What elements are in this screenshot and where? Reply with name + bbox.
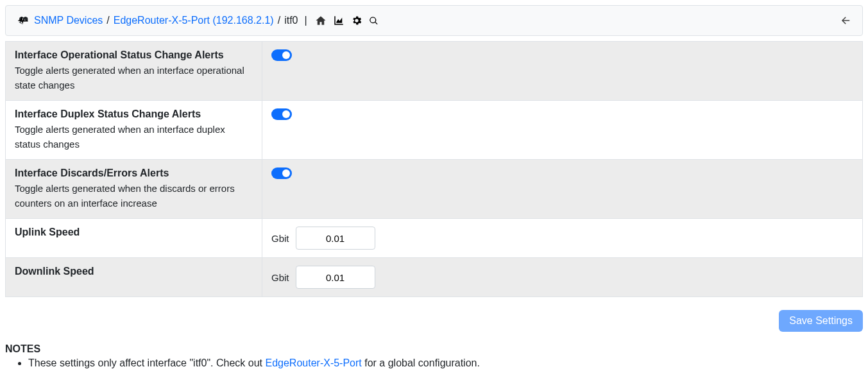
setting-desc: Toggle alerts generated when an interfac…	[15, 65, 244, 90]
setting-row-downlink: Downlink Speed Gbit	[6, 258, 863, 297]
home-icon[interactable]	[314, 13, 328, 28]
toggle-duplex[interactable]	[271, 108, 292, 120]
setting-row-op-status: Interface Operational Status Change Aler…	[6, 42, 863, 101]
downlink-unit: Gbit	[271, 272, 289, 283]
gear-icon[interactable]	[350, 13, 364, 28]
uplink-unit: Gbit	[271, 233, 289, 244]
notes-device-link[interactable]: EdgeRouter-X-5-Port	[265, 357, 361, 368]
breadcrumb: SNMP Devices / EdgeRouter-X-5-Port (192.…	[5, 5, 863, 36]
setting-title: Interface Operational Status Change Aler…	[15, 49, 253, 61]
notes-section: NOTES These settings only affect interfa…	[5, 343, 863, 369]
notes-suffix: for a global configuration.	[362, 357, 480, 368]
breadcrumb-current: itf0	[284, 15, 298, 26]
breadcrumb-sep: /	[106, 15, 109, 26]
setting-row-duplex: Interface Duplex Status Change Alerts To…	[6, 101, 863, 160]
setting-title: Downlink Speed	[15, 266, 253, 277]
setting-desc: Toggle alerts generated when the discard…	[15, 183, 235, 209]
notes-prefix: These settings only affect interface "it…	[28, 357, 265, 368]
setting-title: Uplink Speed	[15, 227, 253, 238]
search-icon[interactable]	[368, 15, 380, 27]
breadcrumb-sep: /	[278, 15, 280, 26]
setting-title: Interface Discards/Errors Alerts	[15, 167, 253, 179]
save-settings-button[interactable]: Save Settings	[779, 310, 863, 332]
back-arrow-icon[interactable]	[840, 15, 852, 27]
notes-title: NOTES	[5, 343, 863, 355]
setting-title: Interface Duplex Status Change Alerts	[15, 108, 253, 120]
notes-item: These settings only affect interface "it…	[28, 357, 863, 369]
breadcrumb-root-link[interactable]: SNMP Devices	[34, 15, 103, 26]
uplink-speed-input[interactable]	[296, 227, 375, 250]
toggle-op-status[interactable]	[271, 49, 292, 61]
breadcrumb-device-link[interactable]: EdgeRouter-X-5-Port (192.168.2.1)	[114, 15, 274, 26]
toggle-discards[interactable]	[271, 167, 292, 179]
heartbeat-icon	[16, 13, 30, 28]
setting-row-uplink: Uplink Speed Gbit	[6, 219, 863, 258]
save-row: Save Settings	[5, 310, 863, 332]
settings-table: Interface Operational Status Change Aler…	[5, 41, 863, 297]
setting-desc: Toggle alerts generated when an interfac…	[15, 124, 225, 150]
breadcrumb-divider: |	[304, 15, 307, 26]
downlink-speed-input[interactable]	[296, 266, 375, 289]
breadcrumb-left: SNMP Devices / EdgeRouter-X-5-Port (192.…	[16, 13, 380, 28]
notes-list: These settings only affect interface "it…	[5, 357, 863, 369]
chart-area-icon[interactable]	[332, 13, 346, 28]
setting-row-discards: Interface Discards/Errors Alerts Toggle …	[6, 160, 863, 219]
